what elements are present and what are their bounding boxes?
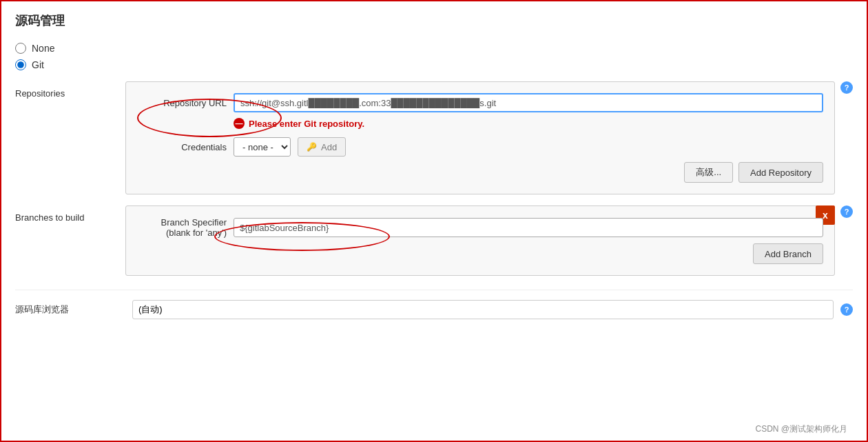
- credentials-label: Credentials: [137, 142, 227, 152]
- key-icon: 🔑: [307, 142, 317, 152]
- repo-url-row: Repository URL: [137, 93, 823, 112]
- branch-specifier-label: Branch Specifier (blank for 'any'): [137, 217, 227, 238]
- credentials-select[interactable]: - none -: [234, 137, 291, 157]
- source-browser-label: 源码库浏览器: [15, 303, 125, 316]
- page-title: 源码管理: [15, 12, 853, 29]
- git-label: Git: [32, 59, 44, 70]
- page-container: 源码管理 None Git Repositories Repository UR…: [1, 1, 867, 330]
- repositories-row: Repositories Repository URL Please enter: [15, 81, 853, 194]
- repositories-label: Repositories: [15, 81, 125, 99]
- repo-button-row: 高级... Add Repository: [137, 162, 823, 183]
- repositories-content-wrapper: Repository URL Please enter Git reposito…: [125, 81, 853, 194]
- advanced-button[interactable]: 高级...: [684, 162, 733, 183]
- branches-section: x Branch Specifier (blank for 'any') Add…: [125, 205, 835, 276]
- error-row: Please enter Git repository.: [137, 118, 823, 129]
- error-message: Please enter Git repository.: [249, 119, 364, 129]
- git-option[interactable]: Git: [15, 59, 853, 70]
- branches-label: Branches to build: [15, 205, 125, 223]
- branch-button-row: Add Branch: [137, 243, 823, 264]
- none-radio[interactable]: [15, 43, 26, 54]
- branches-content-wrapper: x Branch Specifier (blank for 'any') Add…: [125, 205, 853, 276]
- branch-specifier-row: Branch Specifier (blank for 'any'): [137, 217, 823, 238]
- add-branch-button[interactable]: Add Branch: [753, 243, 823, 264]
- add-repository-button[interactable]: Add Repository: [738, 162, 823, 183]
- repo-url-input[interactable]: [234, 93, 823, 112]
- add-label: Add: [321, 142, 337, 152]
- repos-section-inner: Repository URL Please enter Git reposito…: [137, 93, 823, 183]
- source-browser-row: 源码库浏览器 ?: [15, 290, 853, 319]
- credentials-row: Credentials - none - 🔑 Add: [137, 137, 823, 157]
- source-browser-help-icon[interactable]: ?: [840, 303, 853, 316]
- credentials-add-button[interactable]: 🔑 Add: [298, 137, 346, 157]
- repo-url-label: Repository URL: [137, 98, 227, 108]
- repositories-section: Repository URL Please enter Git reposito…: [125, 81, 835, 194]
- error-icon: [234, 118, 245, 129]
- source-browser-input[interactable]: [132, 300, 834, 319]
- branch-specifier-input[interactable]: [234, 218, 823, 237]
- scm-radio-group: None Git: [15, 43, 853, 70]
- git-radio[interactable]: [15, 59, 26, 70]
- branches-help-icon[interactable]: ?: [840, 205, 853, 218]
- repositories-help-icon[interactable]: ?: [840, 81, 853, 94]
- none-option[interactable]: None: [15, 43, 853, 54]
- branches-row: Branches to build x Branch Specifier (bl…: [15, 205, 853, 276]
- watermark: CSDN @测试架构师化月: [755, 423, 847, 435]
- none-label: None: [32, 43, 54, 54]
